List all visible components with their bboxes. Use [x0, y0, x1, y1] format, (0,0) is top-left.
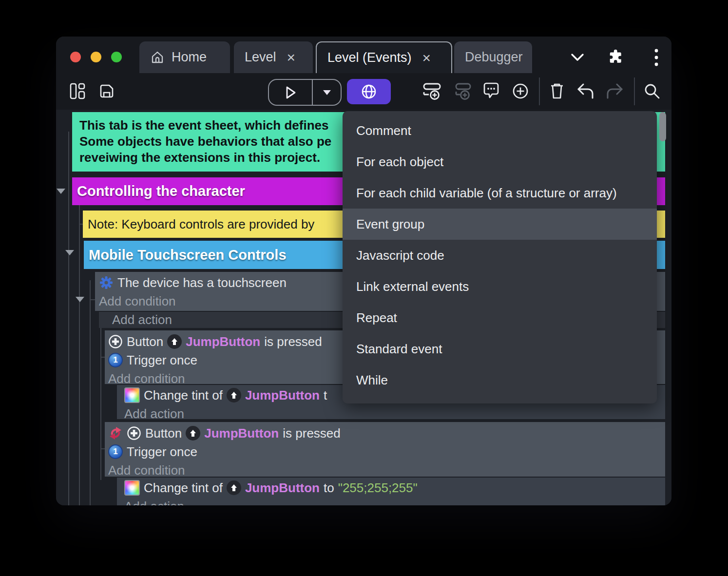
toolbar-divider	[539, 77, 540, 105]
condition-text: Trigger once	[127, 444, 197, 460]
gear-icon	[99, 275, 114, 290]
object-thumbnail-icon	[167, 334, 182, 349]
condition-text: Button	[145, 426, 182, 441]
tint-color-icon	[124, 387, 140, 403]
object-name: JumpButton	[245, 480, 320, 496]
add-event-icon[interactable]	[420, 77, 445, 105]
undo-icon[interactable]	[573, 77, 598, 105]
home-icon	[150, 50, 165, 65]
condition-text: is pressed	[283, 426, 341, 441]
preview-button-group	[268, 79, 342, 106]
title-bar: Home Level × Level (Events) × Debugger	[56, 37, 671, 73]
zoom-window-button[interactable]	[111, 52, 122, 62]
tab-label: Debugger	[465, 50, 523, 65]
gamepad-button-icon	[127, 426, 141, 441]
desktop-background: Home Level × Level (Events) × Debugger	[0, 0, 728, 576]
condition-text: The device has a touchscreen	[117, 275, 287, 290]
save-icon[interactable]	[94, 77, 119, 105]
gamepad-button-icon	[108, 334, 123, 349]
minimize-window-button[interactable]	[91, 52, 101, 62]
trigger-once-icon: 1	[108, 353, 123, 367]
indent-guide	[79, 224, 83, 225]
tint-color-icon	[124, 480, 140, 496]
add-circle-icon[interactable]	[508, 77, 533, 105]
overflow-menu-icon[interactable]	[647, 49, 666, 66]
group-title: Controlling the character	[77, 183, 245, 199]
add-subevent-icon[interactable]	[450, 77, 476, 105]
globe-icon	[360, 82, 378, 101]
scrollbar-thumb[interactable]	[659, 112, 666, 141]
menu-item-event-group[interactable]: Event group	[343, 209, 657, 240]
invert-condition-icon	[108, 426, 123, 441]
indent-guide	[100, 314, 101, 480]
condition-text: Button	[127, 334, 163, 349]
indent-guide	[100, 357, 105, 358]
delete-icon[interactable]	[544, 77, 570, 105]
extensions-puzzle-icon[interactable]	[606, 49, 625, 66]
tab-label: Home	[172, 50, 207, 65]
toggle-panels-icon[interactable]	[65, 77, 90, 105]
tab-level-events-active[interactable]: Level (Events) ×	[316, 41, 452, 73]
action-text: t	[324, 388, 327, 403]
events-sheet: This tab is the event sheet, which defin…	[56, 110, 671, 505]
menu-item-javascript-code[interactable]: Javascript code	[343, 240, 657, 271]
menu-item-comment[interactable]: Comment	[343, 115, 657, 146]
menu-item-for-each-child-variable[interactable]: For each child variable (of a structure …	[343, 177, 657, 209]
close-tab-icon[interactable]: ×	[287, 50, 296, 65]
add-action-link[interactable]: Add action	[112, 312, 172, 327]
object-name: JumpButton	[245, 388, 320, 403]
tab-label: Level (Events)	[327, 50, 412, 65]
actions-column[interactable]: Change tint of JumpButton to "255;255;25…	[117, 478, 665, 505]
condition-text: Trigger once	[127, 353, 197, 368]
add-comment-icon[interactable]	[479, 77, 504, 105]
add-event-context-menu: Comment For each object For each child v…	[343, 111, 657, 403]
indent-guide	[90, 280, 91, 505]
add-condition-link[interactable]: Add condition	[108, 461, 665, 477]
tab-level[interactable]: Level ×	[234, 41, 313, 73]
network-preview-button[interactable]	[347, 79, 391, 104]
action-text: Change tint of	[144, 388, 223, 403]
menu-item-repeat[interactable]: Repeat	[343, 302, 657, 333]
add-action-link[interactable]: Add action	[124, 404, 665, 419]
condition-text: is pressed	[264, 334, 322, 349]
action-text: Change tint of	[144, 480, 223, 496]
group-title: Mobile Touchscreen Controls	[89, 247, 287, 263]
redo-icon[interactable]	[602, 77, 627, 105]
add-action-link[interactable]: Add action	[124, 497, 665, 505]
tab-label: Level	[245, 50, 276, 65]
object-name: JumpButton	[186, 334, 260, 349]
indent-guide	[79, 205, 80, 505]
collapse-event-icon[interactable]	[76, 297, 84, 302]
tab-home[interactable]: Home	[139, 41, 230, 73]
event-conditions[interactable]: Button JumpButton is pressed 1 Trigger o…	[105, 422, 665, 477]
toolbar-divider	[634, 77, 635, 105]
indent-guide	[90, 299, 95, 300]
chevron-down-icon[interactable]	[568, 49, 587, 66]
close-window-button[interactable]	[70, 52, 81, 62]
close-tab-icon[interactable]: ×	[422, 51, 431, 65]
app-window: Home Level × Level (Events) × Debugger	[56, 37, 671, 505]
action-string-value: "255;255;255"	[338, 480, 418, 496]
action-text: to	[324, 480, 334, 496]
note-text: Note: Keyboard controls are provided by	[88, 217, 314, 232]
indent-guide	[68, 132, 69, 505]
preview-options-caret[interactable]	[313, 80, 341, 105]
collapse-group-icon[interactable]	[57, 189, 65, 194]
menu-item-standard-event[interactable]: Standard event	[343, 333, 657, 365]
preview-play-button[interactable]	[269, 80, 313, 105]
search-icon[interactable]	[639, 77, 665, 105]
collapse-group-icon[interactable]	[65, 250, 74, 255]
menu-item-while[interactable]: While	[343, 365, 657, 396]
toolbar	[56, 73, 671, 110]
object-thumbnail-icon	[227, 480, 241, 495]
indent-guide	[100, 448, 105, 449]
tab-debugger[interactable]: Debugger	[454, 41, 532, 73]
trigger-once-icon: 1	[108, 444, 123, 459]
menu-item-for-each-object[interactable]: For each object	[343, 146, 657, 177]
object-name: JumpButton	[204, 426, 279, 441]
object-thumbnail-icon	[186, 426, 200, 441]
menu-item-link-external-events[interactable]: Link external events	[343, 271, 657, 302]
object-thumbnail-icon	[227, 388, 241, 403]
